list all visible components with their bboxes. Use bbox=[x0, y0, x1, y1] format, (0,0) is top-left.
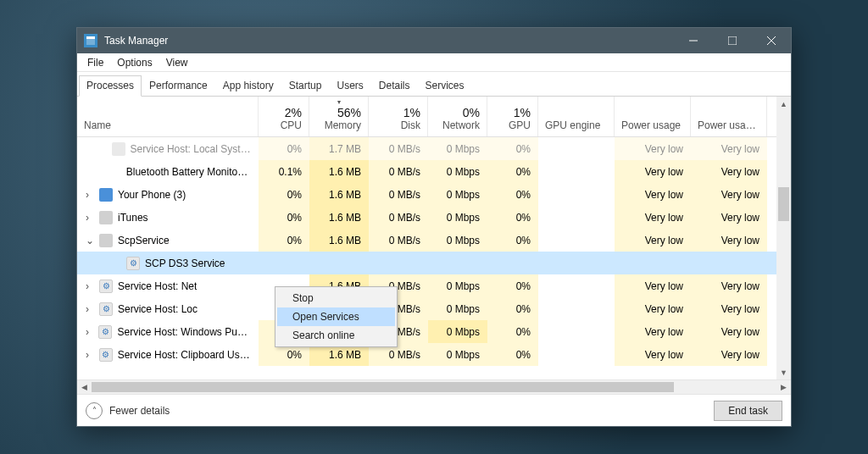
cell-gpu-engine bbox=[538, 183, 615, 206]
menu-view[interactable]: View bbox=[159, 55, 195, 70]
end-task-button[interactable]: End task bbox=[714, 401, 782, 421]
context-search-online[interactable]: Search online bbox=[277, 326, 395, 345]
tab-performance[interactable]: Performance bbox=[142, 75, 215, 96]
cell-cpu: 0.1% bbox=[259, 160, 309, 183]
cell-gpu-engine bbox=[538, 229, 615, 252]
table-row[interactable]: ›Service Host: Clipboard Use…0%1.6 MB0 M… bbox=[77, 343, 791, 366]
process-name-cell[interactable]: SCP DS3 Service bbox=[77, 252, 259, 274]
process-icon bbox=[99, 188, 113, 202]
titlebar[interactable]: Task Manager bbox=[77, 28, 791, 53]
column-headers: Name 2%CPU ▾56%Memory 1%Disk 0%Network 1… bbox=[77, 97, 791, 137]
menu-options[interactable]: Options bbox=[110, 55, 159, 70]
scroll-thumb[interactable] bbox=[778, 187, 789, 221]
table-row[interactable]: SCP DS3 Service bbox=[77, 252, 791, 274]
maximize-button[interactable] bbox=[713, 28, 752, 53]
process-name-cell[interactable]: ›iTunes bbox=[77, 206, 259, 229]
process-name-cell[interactable]: ›Service Host: Net bbox=[77, 274, 259, 297]
cell-net: 0 Mbps bbox=[428, 320, 487, 343]
column-gpu[interactable]: 1%GPU bbox=[487, 97, 538, 136]
chevron-right-icon[interactable]: › bbox=[86, 212, 94, 224]
cell-net bbox=[428, 252, 487, 274]
scroll-left-icon[interactable]: ◀ bbox=[77, 380, 92, 394]
process-name: SCP DS3 Service bbox=[145, 257, 225, 269]
column-cpu[interactable]: 2%CPU bbox=[259, 97, 309, 136]
process-name-cell[interactable]: ›Service Host: Loc bbox=[77, 297, 259, 320]
cell-gpu-engine bbox=[538, 206, 615, 229]
chevron-right-icon[interactable]: › bbox=[86, 280, 94, 292]
chevron-down-icon[interactable]: ⌄ bbox=[86, 235, 94, 246]
context-open-services[interactable]: Open Services bbox=[277, 307, 395, 326]
process-name-cell[interactable]: Bluetooth Battery Monitor … bbox=[77, 160, 259, 183]
process-rows: Service Host: Local System (…0%1.7 MB0 M… bbox=[77, 137, 791, 379]
svg-rect-1 bbox=[86, 36, 95, 39]
cell-cpu: 0% bbox=[259, 206, 309, 229]
cell-gpu bbox=[487, 252, 538, 274]
chevron-right-icon[interactable]: › bbox=[86, 326, 93, 338]
cell-mem: 1.6 MB bbox=[309, 229, 369, 252]
table-row[interactable]: ›Service Host: Loc1.6 MB0 MB/s0 Mbps0%Ve… bbox=[77, 297, 791, 320]
process-name-cell[interactable]: ›Service Host: Clipboard Use… bbox=[77, 343, 259, 366]
cell-mem: 1.7 MB bbox=[309, 137, 369, 160]
tab-users[interactable]: Users bbox=[329, 75, 370, 96]
close-button[interactable] bbox=[752, 28, 791, 53]
process-icon bbox=[126, 257, 140, 270]
menu-file[interactable]: File bbox=[81, 55, 110, 70]
context-stop[interactable]: Stop bbox=[277, 289, 395, 307]
cell-gpu-engine bbox=[538, 274, 615, 297]
vertical-scrollbar[interactable]: ▲ ▼ bbox=[776, 97, 791, 379]
minimize-button[interactable] bbox=[674, 28, 713, 53]
column-name[interactable]: Name bbox=[77, 97, 259, 136]
cell-put: Very low bbox=[691, 229, 767, 252]
process-name: Service Host: Windows Push… bbox=[117, 326, 251, 338]
tab-app-history[interactable]: App history bbox=[215, 75, 281, 96]
tab-services[interactable]: Services bbox=[418, 75, 472, 96]
cell-gpu-engine bbox=[538, 343, 615, 366]
scroll-down-icon[interactable]: ▼ bbox=[776, 365, 791, 379]
table-row[interactable]: ›Service Host: Net1.6 MB0 MB/s0 Mbps0%Ve… bbox=[77, 274, 791, 297]
process-name-cell[interactable]: ›Service Host: Windows Push… bbox=[77, 320, 259, 343]
scroll-track[interactable] bbox=[776, 111, 791, 365]
scroll-up-icon[interactable]: ▲ bbox=[776, 97, 791, 111]
cell-put: Very low bbox=[691, 160, 767, 183]
horizontal-scrollbar[interactable]: ◀ ▶ bbox=[77, 379, 791, 394]
column-disk[interactable]: 1%Disk bbox=[369, 97, 428, 136]
cell-pu: Very low bbox=[615, 137, 691, 160]
cell-put bbox=[691, 252, 767, 274]
column-power-usage[interactable]: Power usage bbox=[615, 97, 691, 136]
cell-put: Very low bbox=[691, 206, 767, 229]
process-name-cell[interactable]: ⌄ScpService bbox=[77, 229, 259, 252]
chevron-right-icon[interactable]: › bbox=[86, 303, 94, 315]
hscroll-track[interactable] bbox=[92, 380, 776, 394]
cell-mem: 1.6 MB bbox=[309, 183, 369, 206]
table-row[interactable]: Service Host: Local System (…0%1.7 MB0 M… bbox=[77, 137, 791, 160]
fewer-details-label: Fewer details bbox=[109, 405, 170, 417]
hscroll-thumb[interactable] bbox=[92, 382, 674, 392]
chevron-right-icon[interactable]: › bbox=[86, 189, 94, 201]
column-gpu-engine[interactable]: GPU engine bbox=[538, 97, 615, 136]
cell-put: Very low bbox=[691, 183, 767, 206]
cell-net: 0 Mbps bbox=[428, 160, 487, 183]
cell-cpu: 0% bbox=[259, 137, 309, 160]
table-row[interactable]: ›Your Phone (3)0%1.6 MB0 MB/s0 Mbps0%Ver… bbox=[77, 183, 791, 206]
chevron-right-icon[interactable]: › bbox=[86, 349, 94, 361]
table-row[interactable]: ›Service Host: Windows Push…0%1.6 MB0 MB… bbox=[77, 320, 791, 343]
column-power-usage-trend[interactable]: Power usage trend bbox=[691, 97, 767, 136]
tab-processes[interactable]: Processes bbox=[79, 75, 142, 97]
tab-startup[interactable]: Startup bbox=[281, 75, 330, 96]
cell-put: Very low bbox=[691, 320, 767, 343]
process-name-cell[interactable]: Service Host: Local System (… bbox=[77, 137, 259, 160]
tab-strip: Processes Performance App history Startu… bbox=[77, 72, 791, 97]
process-name-cell[interactable]: ›Your Phone (3) bbox=[77, 183, 259, 206]
cell-mem: 1.6 MB bbox=[309, 160, 369, 183]
menubar: File Options View bbox=[77, 53, 791, 72]
table-row[interactable]: Bluetooth Battery Monitor …0.1%1.6 MB0 M… bbox=[77, 160, 791, 183]
process-icon bbox=[99, 234, 113, 247]
table-row[interactable]: ›iTunes0%1.6 MB0 MB/s0 Mbps0%Very lowVer… bbox=[77, 206, 791, 229]
column-memory[interactable]: ▾56%Memory bbox=[309, 97, 369, 136]
column-network[interactable]: 0%Network bbox=[428, 97, 487, 136]
cell-pu: Very low bbox=[615, 274, 691, 297]
table-row[interactable]: ⌄ScpService0%1.6 MB0 MB/s0 Mbps0%Very lo… bbox=[77, 229, 791, 252]
scroll-right-icon[interactable]: ▶ bbox=[776, 380, 791, 394]
tab-details[interactable]: Details bbox=[371, 75, 418, 96]
fewer-details-button[interactable]: ˄ Fewer details bbox=[86, 402, 170, 419]
